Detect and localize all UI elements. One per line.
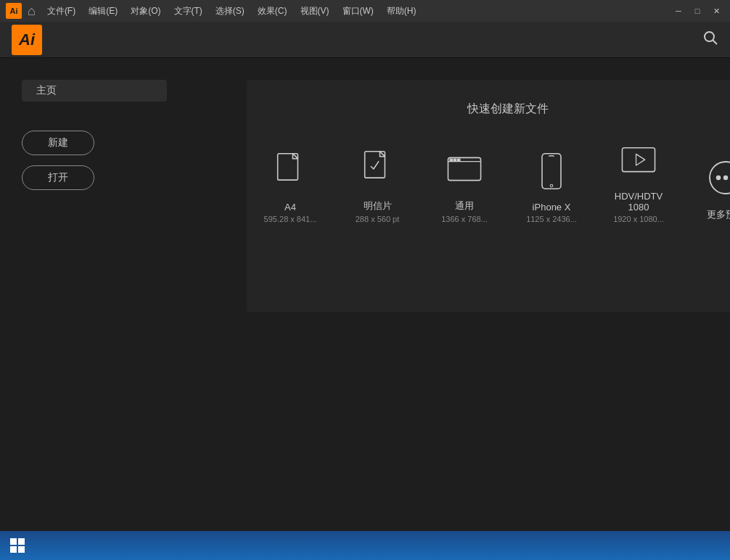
preset-general-size: 1366 x 768... (441, 215, 488, 223)
menu-bar: 文件(F) 编辑(E) 对象(O) 文字(T) 选择(S) 效果(C) 视图(V… (41, 2, 422, 20)
preset-a4-name: A4 (284, 202, 296, 213)
svg-rect-9 (542, 154, 561, 189)
close-button[interactable]: ✕ (708, 5, 724, 17)
svg-point-10 (550, 184, 552, 186)
preset-iphone-name: iPhone X (533, 202, 571, 213)
preset-postcard[interactable]: 明信片 288 x 560 pt (348, 147, 406, 223)
svg-rect-18 (18, 538, 25, 545)
start-button[interactable] (6, 534, 29, 557)
preset-hdtv[interactable]: HDV/HDTV 1080 1920 x 1080... (610, 139, 668, 223)
svg-rect-3 (365, 152, 385, 178)
menu-effect[interactable]: 效果(C) (252, 2, 293, 20)
menu-object[interactable]: 对象(O) (125, 2, 166, 20)
svg-point-14 (717, 176, 721, 180)
preset-postcard-name: 明信片 (364, 199, 392, 213)
home-label: 主页 (22, 80, 167, 102)
preset-a4-size: 595.28 x 841... (264, 215, 317, 223)
menu-edit[interactable]: 编辑(E) (83, 2, 123, 20)
main-content: 主页 新建 打开 快速创建新文件 A4 595.28 x 84 (0, 58, 730, 560)
menu-type[interactable]: 文字(T) (168, 2, 208, 20)
preset-hdtv-size: 1920 x 1080... (613, 215, 664, 223)
preset-postcard-icon (356, 147, 399, 191)
preset-general[interactable]: 通用 1366 x 768... (435, 147, 493, 223)
svg-point-15 (724, 176, 728, 180)
title-bar-left: Ai ⌂ 文件(F) 编辑(E) 对象(O) 文字(T) 选择(S) 效果(C)… (6, 2, 422, 20)
quick-create-title: 快速创建新文件 (261, 102, 730, 117)
preset-postcard-size: 288 x 560 pt (356, 215, 400, 223)
ai-logo-small: Ai (6, 3, 22, 19)
svg-rect-6 (450, 159, 452, 161)
sidebar: 主页 新建 打开 (0, 58, 225, 560)
preset-more[interactable]: 更多预设 (697, 156, 730, 223)
svg-rect-2 (278, 154, 298, 180)
preset-more-name: 更多预设 (707, 208, 730, 221)
ai-logo-text: Ai (19, 30, 35, 49)
presets-row: A4 595.28 x 841... 明信片 288 x 560 p (261, 139, 730, 223)
preset-iphone[interactable]: iPhone X 1125 x 2436... (522, 149, 581, 223)
preset-hdtv-name: HDV/HDTV 1080 (610, 191, 668, 213)
svg-rect-17 (10, 538, 17, 545)
preset-iphone-size: 1125 x 2436... (526, 215, 577, 223)
svg-rect-8 (457, 159, 459, 161)
taskbar (0, 531, 730, 560)
preset-a4[interactable]: A4 595.28 x 841... (261, 149, 319, 223)
ai-logo: Ai (12, 25, 42, 55)
right-panel: 快速创建新文件 A4 595.28 x 841... (225, 58, 730, 560)
svg-rect-7 (454, 159, 456, 161)
search-button[interactable] (702, 30, 718, 49)
open-button[interactable]: 打开 (22, 165, 94, 190)
preset-general-name: 通用 (455, 199, 474, 213)
preset-a4-icon (268, 149, 312, 193)
home-icon-titlebar[interactable]: ⌂ (28, 4, 36, 19)
window-controls: ─ □ ✕ (670, 5, 724, 17)
menu-select[interactable]: 选择(S) (210, 2, 250, 20)
menu-file[interactable]: 文件(F) (41, 2, 81, 20)
toolbar: Ai (0, 22, 730, 58)
svg-rect-20 (18, 546, 25, 553)
menu-window[interactable]: 窗口(W) (337, 2, 380, 20)
svg-marker-12 (636, 154, 645, 165)
title-bar: Ai ⌂ 文件(F) 编辑(E) 对象(O) 文字(T) 选择(S) 效果(C)… (0, 0, 730, 22)
preset-iphone-icon (530, 149, 573, 193)
svg-rect-19 (10, 546, 17, 553)
new-button[interactable]: 新建 (22, 131, 94, 155)
preset-more-icon (704, 156, 730, 199)
minimize-button[interactable]: ─ (670, 5, 686, 17)
maximize-button[interactable]: □ (689, 5, 705, 17)
svg-rect-11 (622, 148, 655, 172)
svg-line-1 (713, 40, 717, 44)
toolbar-left: Ai (12, 25, 42, 55)
quick-create-box: 快速创建新文件 A4 595.28 x 841... (247, 80, 730, 312)
menu-view[interactable]: 视图(V) (295, 2, 335, 20)
preset-hdtv-icon (617, 139, 660, 182)
menu-help[interactable]: 帮助(H) (381, 2, 422, 20)
preset-general-icon (443, 147, 486, 191)
